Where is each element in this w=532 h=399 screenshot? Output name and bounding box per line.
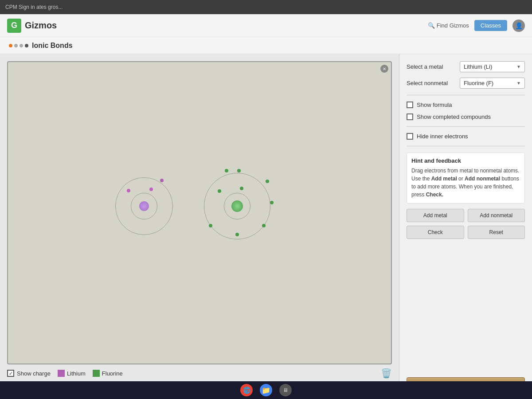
show-formula-label: Show formula [417, 102, 452, 108]
metal-dropdown[interactable]: Lithium (Li) ▼ [460, 61, 525, 72]
hide-inner-checkbox[interactable] [407, 133, 413, 140]
lithium-atom [109, 171, 180, 242]
search-icon: 🔍 [428, 22, 435, 29]
atom-container [35, 84, 356, 328]
show-charge-checkbox[interactable]: ✓ [7, 370, 14, 377]
user-avatar[interactable]: 👤 [512, 20, 525, 32]
classes-button[interactable]: Classes [474, 20, 507, 31]
reset-button[interactable]: Reset [468, 226, 525, 239]
dot-orange [9, 44, 12, 47]
li-nucleus [139, 201, 149, 211]
metal-dropdown-arrow: ▼ [516, 64, 521, 69]
dot-gray2 [20, 44, 23, 47]
simulation-panel: ✕ [0, 54, 399, 399]
show-completed-checkbox[interactable] [407, 113, 413, 120]
sub-header: Ionic Bonds [0, 37, 532, 54]
show-formula-checkbox[interactable] [407, 102, 413, 108]
f-electron-1[interactable] [225, 169, 228, 172]
sim-controls-row: ✓ Show charge Lithium Fluorine 🗑️ [7, 368, 392, 379]
f-electron-2[interactable] [237, 169, 241, 172]
f-electron-3[interactable] [266, 180, 269, 183]
lithium-color-swatch [58, 370, 65, 377]
dot-gray [14, 44, 18, 47]
nonmetal-selector-row: Select nonmetal Fluorine (F) ▼ [407, 78, 525, 89]
show-formula-row: Show formula [407, 102, 525, 108]
f-electron-4[interactable] [270, 201, 274, 204]
metal-selector-row: Select a metal Lithium (Li) ▼ [407, 61, 525, 72]
f-electron-inner-2[interactable] [240, 187, 243, 190]
hint-text: Drag electrons from metal to nonmetal at… [411, 167, 520, 199]
monitor-icon[interactable]: 🖥 [279, 384, 292, 396]
gizmos-title: Gizmos [25, 20, 57, 31]
f-electron-7[interactable] [209, 224, 212, 227]
f-electron-5[interactable] [262, 224, 266, 227]
show-charge-label[interactable]: ✓ Show charge [7, 370, 51, 377]
fluorine-atom [193, 162, 282, 250]
show-completed-label: Show completed compounds [417, 113, 491, 120]
taskbar: 🌐 📁 🖥 [0, 381, 532, 399]
gizmos-header: G Gizmos 🔍 Find Gizmos Classes 👤 [0, 14, 532, 37]
divider-2 [407, 126, 525, 127]
show-completed-row: Show completed compounds [407, 113, 525, 120]
f-electron-6[interactable] [235, 233, 239, 236]
hide-inner-label: Hide inner electrons [417, 133, 468, 140]
nonmetal-label: Select nonmetal [407, 80, 455, 86]
main-content: ✕ [0, 54, 532, 399]
browser-bar: CPM Sign in ates gros... [0, 0, 532, 14]
li-electron-2[interactable] [149, 188, 153, 191]
f-nucleus [231, 200, 243, 212]
simulation-canvas[interactable]: ✕ [7, 61, 392, 364]
nonmetal-dropdown-arrow: ▼ [516, 81, 521, 86]
gizmos-logo: G Gizmos [7, 19, 57, 33]
check-button[interactable]: Check [407, 226, 464, 239]
gizmos-g-logo: G [7, 19, 21, 33]
hint-section: Hint and feedback Drag electrons from me… [407, 153, 525, 203]
browser-bar-text: CPM Sign in ates gros... [5, 4, 63, 10]
fluorine-legend: Fluorine [93, 370, 123, 377]
hide-inner-row: Hide inner electrons [407, 133, 525, 140]
lithium-legend: Lithium [58, 370, 86, 377]
metal-label: Select a metal [407, 63, 455, 70]
action-buttons: Add metal Add nonmetal Check Reset [407, 209, 525, 239]
trash-icon[interactable]: 🗑️ [381, 368, 392, 379]
right-panel: Select a metal Lithium (Li) ▼ Select non… [399, 54, 532, 399]
breadcrumb-dots [9, 44, 28, 47]
header-right: 🔍 Find Gizmos Classes 👤 [428, 20, 525, 32]
dot-dark [25, 44, 28, 47]
li-electron-outer[interactable] [160, 179, 164, 182]
page-title: Ionic Bonds [32, 42, 73, 50]
canvas-close-button[interactable]: ✕ [380, 65, 388, 73]
divider-1 [407, 95, 525, 95]
f-electron-inner-1[interactable] [218, 189, 221, 193]
fluorine-color-swatch [93, 370, 100, 377]
folder-icon[interactable]: 📁 [260, 384, 272, 396]
nonmetal-dropdown[interactable]: Fluorine (F) ▼ [460, 78, 525, 89]
li-electron-1[interactable] [127, 189, 130, 192]
chrome-icon[interactable]: 🌐 [240, 384, 253, 396]
hint-title: Hint and feedback [411, 157, 520, 164]
divider-3 [407, 146, 525, 146]
add-nonmetal-button[interactable]: Add nonmetal [468, 209, 525, 222]
add-metal-button[interactable]: Add metal [407, 209, 464, 222]
find-gizmos[interactable]: 🔍 Find Gizmos [428, 22, 469, 29]
